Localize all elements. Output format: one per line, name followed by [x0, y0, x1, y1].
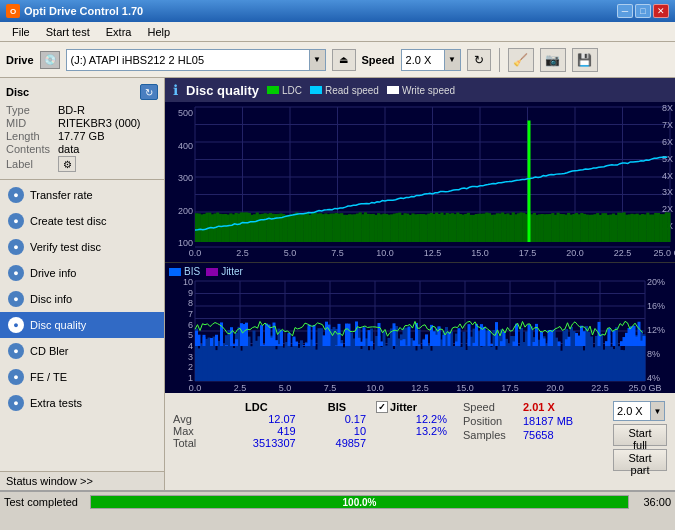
chart-header: ℹ Disc quality LDC Read speed Write spee… — [165, 78, 675, 102]
progress-bar: 100.0% — [90, 495, 629, 509]
disc-type-value: BD-R — [58, 104, 85, 116]
eject-button[interactable]: ⏏ — [332, 49, 356, 71]
refresh-button[interactable]: ↻ — [467, 49, 491, 71]
fe-te-icon: ● — [8, 369, 24, 385]
transfer-rate-label: Transfer rate — [30, 189, 93, 201]
disc-length-label: Length — [6, 130, 58, 142]
test-completed-text: Test completed — [4, 496, 86, 508]
drive-dropdown-arrow[interactable]: ▼ — [309, 50, 325, 70]
disc-length-value: 17.77 GB — [58, 130, 104, 142]
jitter-checkbox[interactable]: ✓ — [376, 401, 388, 413]
clear-button[interactable]: 🧹 — [508, 48, 534, 72]
start-part-button[interactable]: Start part — [613, 449, 667, 471]
avg-label: Avg — [173, 413, 211, 425]
disc-quality-icon: ● — [8, 317, 24, 333]
max-label: Max — [173, 425, 211, 437]
chart-title: Disc quality — [186, 83, 259, 98]
menu-extra[interactable]: Extra — [98, 24, 140, 40]
bis-header: BIS — [302, 401, 372, 413]
fe-te-label: FE / TE — [30, 371, 67, 383]
disc-label-button[interactable]: ⚙ — [58, 156, 76, 172]
toolbar: Drive 💿 (J:) ATAPI iHBS212 2 HL05 ▼ ⏏ Sp… — [0, 42, 675, 78]
maximize-button[interactable]: □ — [635, 4, 651, 18]
drive-icon: 💿 — [40, 51, 60, 69]
toolbar-separator — [499, 48, 500, 72]
speed-selector[interactable]: 2.0 X ▼ — [401, 49, 461, 71]
app-icon: O — [6, 4, 20, 18]
total-row: Total 3513307 49857 — [173, 437, 453, 449]
sidebar-item-drive-info[interactable]: ● Drive info — [0, 260, 164, 286]
disc-label-label: Label — [6, 158, 58, 170]
avg-row: Avg 12.07 0.17 12.2% — [173, 413, 453, 425]
stats-table: LDC BIS ✓ Jitter Avg — [173, 401, 453, 449]
verify-test-disc-label: Verify test disc — [30, 241, 101, 253]
save-button[interactable]: 💾 — [572, 48, 598, 72]
title-bar: O Opti Drive Control 1.70 ─ □ ✕ — [0, 0, 675, 22]
sidebar-item-fe-te[interactable]: ● FE / TE — [0, 364, 164, 390]
speed-info-panel: Speed 2.01 X Position 18187 MB Samples 7… — [463, 401, 603, 441]
drive-selector[interactable]: (J:) ATAPI iHBS212 2 HL05 ▼ — [66, 49, 326, 71]
disc-info-icon: ● — [8, 291, 24, 307]
legend-write-speed-color — [387, 86, 399, 94]
jitter-header: ✓ Jitter — [372, 401, 453, 413]
minimize-button[interactable]: ─ — [617, 4, 633, 18]
legend-bis: BIS — [169, 266, 200, 277]
disc-info-nav-label: Disc info — [30, 293, 72, 305]
speed-info-value: 2.01 X — [523, 401, 555, 413]
samples-label: Samples — [463, 429, 519, 441]
max-row: Max 419 10 13.2% — [173, 425, 453, 437]
sidebar-item-extra-tests[interactable]: ● Extra tests — [0, 390, 164, 416]
bottom-bar: Test completed 100.0% 36:00 — [0, 490, 675, 512]
speed-dropdown-arrow[interactable]: ▼ — [444, 50, 460, 70]
sidebar-item-transfer-rate[interactable]: ● Transfer rate — [0, 182, 164, 208]
avg-bis: 0.17 — [302, 413, 372, 425]
elapsed-time: 36:00 — [633, 496, 671, 508]
legend-ldc: LDC — [267, 85, 302, 96]
max-ldc: 419 — [211, 425, 302, 437]
stats-bar: LDC BIS ✓ Jitter Avg — [165, 392, 675, 490]
app-title: Opti Drive Control 1.70 — [24, 5, 143, 17]
sidebar-item-verify-test-disc[interactable]: ● Verify test disc — [0, 234, 164, 260]
window-controls: ─ □ ✕ — [617, 4, 669, 18]
disc-mid-value: RITEKBR3 (000) — [58, 117, 141, 129]
total-ldc: 3513307 — [211, 437, 302, 449]
start-buttons-panel: 2.0 X ▼ Start full Start part — [613, 401, 667, 471]
camera-button[interactable]: 📷 — [540, 48, 566, 72]
main-area: Disc ↻ Type BD-R MID RITEKBR3 (000) Leng… — [0, 78, 675, 490]
samples-value: 75658 — [523, 429, 554, 441]
progress-text: 100.0% — [91, 496, 628, 508]
start-speed-selector[interactable]: 2.0 X ▼ — [613, 401, 665, 421]
drive-label: Drive — [6, 54, 34, 66]
start-speed-arrow[interactable]: ▼ — [650, 402, 664, 420]
legend-read-speed: Read speed — [310, 85, 379, 96]
top-chart — [165, 102, 675, 262]
sidebar-item-disc-info[interactable]: ● Disc info — [0, 286, 164, 312]
menu-file[interactable]: File — [4, 24, 38, 40]
disc-refresh-button[interactable]: ↻ — [140, 84, 158, 100]
disc-mid-label: MID — [6, 117, 58, 129]
legend-jitter-color — [206, 268, 218, 276]
create-test-disc-label: Create test disc — [30, 215, 106, 227]
sidebar-item-disc-quality[interactable]: ● Disc quality — [0, 312, 164, 338]
sidebar-item-cd-bler[interactable]: ● CD Bler — [0, 338, 164, 364]
status-window-button[interactable]: Status window >> — [0, 471, 164, 490]
legend-read-speed-color — [310, 86, 322, 94]
drive-value: (J:) ATAPI iHBS212 2 HL05 — [67, 54, 309, 66]
start-full-button[interactable]: Start full — [613, 424, 667, 446]
sidebar-item-create-test-disc[interactable]: ● Create test disc — [0, 208, 164, 234]
drive-info-icon: ● — [8, 265, 24, 281]
start-speed-value: 2.0 X — [614, 405, 650, 417]
menu-start-test[interactable]: Start test — [38, 24, 98, 40]
position-value: 18187 MB — [523, 415, 573, 427]
total-label: Total — [173, 437, 211, 449]
chart-legend: LDC Read speed Write speed — [267, 85, 455, 96]
menu-help[interactable]: Help — [139, 24, 178, 40]
ldc-header: LDC — [211, 401, 302, 413]
bottom-chart: BIS Jitter — [165, 262, 675, 392]
avg-jitter: 12.2% — [372, 413, 453, 425]
legend-bis-color — [169, 268, 181, 276]
legend-jitter: Jitter — [206, 266, 243, 277]
close-button[interactable]: ✕ — [653, 4, 669, 18]
chart-icon: ℹ — [173, 82, 178, 98]
legend-ldc-color — [267, 86, 279, 94]
